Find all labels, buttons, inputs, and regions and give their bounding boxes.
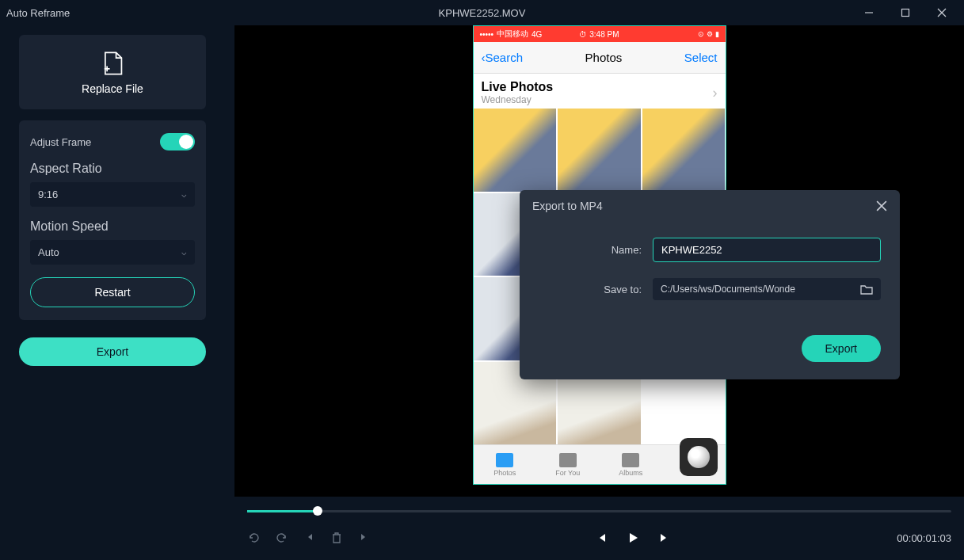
replace-file-label: Replace File: [82, 82, 143, 95]
next-frame-icon[interactable]: [358, 531, 369, 544]
aspect-ratio-label: Aspect Ratio: [30, 162, 195, 176]
preview-area: •••••中国移动4G ⏱ 3:48 PM ⊙⚙▮ ‹ Search Photo…: [234, 25, 964, 560]
sidebar: Replace File Adjust Frame Aspect Ratio 9…: [0, 25, 234, 560]
close-button[interactable]: [926, 2, 958, 24]
chevron-right-icon: ›: [713, 85, 718, 101]
motion-speed-select[interactable]: Auto ⌵: [30, 240, 195, 265]
phone-section-header: Live Photos Wednesday ›: [474, 74, 726, 109]
thumbnail: [558, 109, 641, 192]
phone-statusbar: •••••中国移动4G ⏱ 3:48 PM ⊙⚙▮: [474, 26, 726, 42]
file-title: KPHWE2252.MOV: [439, 7, 526, 19]
playback-controls: 00:00:01:03: [234, 497, 964, 560]
restart-button[interactable]: Restart: [30, 277, 195, 307]
app-title: Auto Reframe: [6, 7, 70, 19]
delete-icon[interactable]: [331, 531, 342, 544]
name-input[interactable]: [653, 238, 881, 262]
redo-icon[interactable]: [276, 531, 288, 544]
phone-nav-title: Photos: [523, 51, 684, 64]
prev-frame-icon[interactable]: [304, 531, 315, 544]
step-forward-icon[interactable]: [658, 531, 671, 544]
phone-select: Select: [684, 51, 718, 64]
thumbnail: [474, 109, 557, 192]
aspect-ratio-select[interactable]: 9:16 ⌵: [30, 182, 195, 207]
dialog-close-button[interactable]: [876, 200, 887, 211]
settings-panel: Adjust Frame Aspect Ratio 9:16 ⌵ Motion …: [19, 120, 206, 320]
motion-speed-label: Motion Speed: [30, 219, 195, 234]
chevron-down-icon: ⌵: [181, 189, 187, 200]
dialog-export-button[interactable]: Export: [802, 335, 881, 362]
step-back-icon[interactable]: [595, 531, 608, 544]
play-icon[interactable]: [627, 531, 639, 544]
assistive-touch-icon: [680, 438, 718, 476]
thumbnail: [642, 109, 726, 192]
timecode: 00:00:01:03: [897, 532, 951, 544]
file-plus-icon: [101, 51, 124, 76]
maximize-button[interactable]: [890, 2, 921, 24]
svg-rect-1: [902, 10, 909, 17]
aspect-ratio-value: 9:16: [38, 189, 58, 200]
motion-speed-value: Auto: [38, 246, 59, 258]
saveto-path[interactable]: C:/Users/ws/Documents/Wonde: [653, 278, 881, 300]
titlebar: Auto Reframe KPHWE2252.MOV: [0, 0, 964, 25]
name-label: Name:: [539, 244, 642, 256]
adjust-frame-label: Adjust Frame: [30, 136, 160, 148]
dialog-title: Export to MP4: [532, 200, 876, 212]
folder-icon[interactable]: [860, 284, 873, 295]
saveto-label: Save to:: [539, 284, 642, 295]
replace-file-button[interactable]: Replace File: [19, 35, 206, 109]
undo-icon[interactable]: [247, 531, 260, 544]
phone-navbar: ‹ Search Photos Select: [474, 42, 726, 74]
adjust-frame-toggle[interactable]: [160, 133, 195, 150]
export-button[interactable]: Export: [19, 337, 206, 366]
minimize-button[interactable]: [853, 2, 885, 24]
chevron-down-icon: ⌵: [181, 247, 187, 257]
timeline-slider[interactable]: [247, 505, 951, 517]
phone-back: ‹ Search: [482, 51, 524, 64]
export-dialog: Export to MP4 Name: Save to:: [520, 190, 900, 379]
